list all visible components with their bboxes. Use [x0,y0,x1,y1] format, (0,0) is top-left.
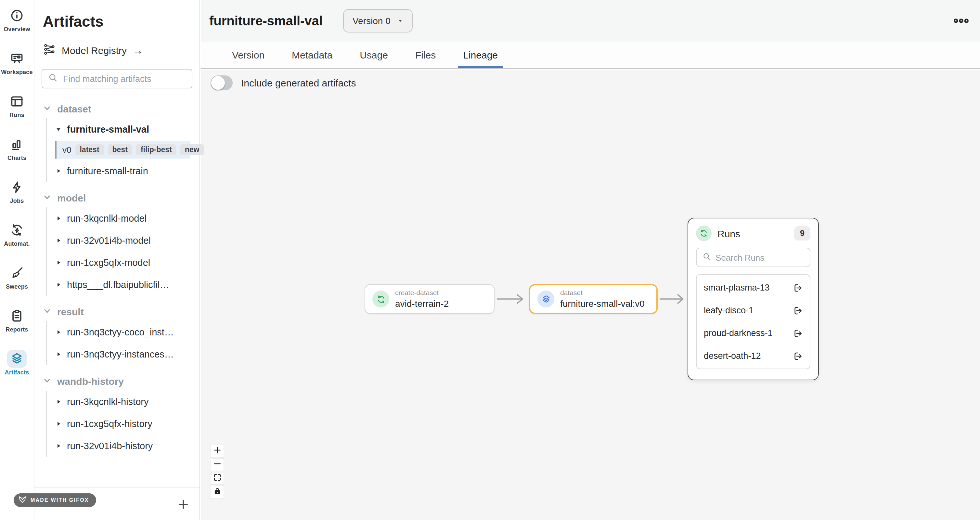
bar-chart-icon [7,135,27,153]
version-row-v0[interactable]: v0latestbestfilip-bestnew [55,141,191,159]
gifox-badge: MADE WITH GIFOX [14,493,96,507]
runs-search-box[interactable] [696,248,810,267]
rail-item-label: Runs [10,112,24,118]
run-list-item[interactable]: proud-darkness-1 [697,322,810,345]
rail-item-label: Automat. [4,240,30,247]
version-tag: filip-best [136,144,177,155]
tree-group-header[interactable]: dataset [43,99,196,118]
lineage-canvas[interactable]: Include generated artifacts create-datas… [201,70,980,520]
triangle-right-icon [55,235,62,246]
rail-item-label: Overview [3,26,30,32]
tab-lineage[interactable]: Lineage [463,49,498,68]
lineage-node-dataset[interactable]: dataset furniture-small-val:v0 [529,284,658,314]
add-artifact-button[interactable] [176,497,191,511]
include-generated-toggle[interactable] [210,75,233,91]
model-registry-icon [43,43,56,58]
version-label: v0 [62,145,71,155]
tree-item[interactable]: run-3kqcnlkl-history [47,391,196,413]
rail-item-artifacts[interactable]: Artifacts [0,350,34,393]
tree-item[interactable]: run-1cxg5qfx-model [47,251,196,274]
rail-item-jobs[interactable]: Jobs [0,178,34,221]
triangle-right-icon [55,418,62,429]
lock-button[interactable] [210,485,224,499]
tree-item[interactable]: run-3nq3ctyy-instances… [47,343,196,365]
artifact-header: furniture-small-val Version 0 [201,0,980,41]
tree-item[interactable]: run-1cxg5qfx-history [47,413,196,435]
rail-item-runs[interactable]: Runs [0,92,34,135]
tree-group-dataset: datasetfurniture-small-valv0latestbestfi… [43,99,196,182]
artifact-search-box[interactable] [41,69,192,88]
artifact-tree: datasetfurniture-small-valv0latestbestfi… [35,99,199,457]
artifacts-sidebar: Artifacts Model Registry → datasetfurnit… [35,0,200,520]
rail-item-workspace[interactable]: Workspace [0,49,34,92]
run-list-item[interactable]: leafy-disco-1 [697,299,810,322]
chevron-down-icon [43,306,51,317]
model-registry-link[interactable]: Model Registry → [43,43,199,58]
chevron-down-icon [43,375,51,386]
version-dropdown[interactable]: Version 0 [344,9,413,32]
tree-item[interactable]: https___dl.fbaipublicfil… [47,274,196,296]
run-list-item[interactable]: smart-plasma-13 [697,276,810,299]
plus-icon [213,446,222,456]
triangle-right-icon [55,166,62,176]
tree-item[interactable]: furniture-small-val [47,118,196,140]
tab-usage[interactable]: Usage [360,49,388,68]
tree-item-label: run-3nq3ctyy-coco_inst… [67,327,174,337]
zoom-in-button[interactable] [210,445,224,458]
node-name: avid-terrain-2 [395,297,449,309]
open-run-icon[interactable] [792,328,803,338]
tab-version[interactable]: Version [232,49,264,68]
rail-item-label: Charts [8,155,26,161]
tree-group-model: modelrun-3kqcnlkl-modelrun-32v01i4b-mode… [43,189,196,296]
tree-group-header[interactable]: wandb-history [43,372,196,390]
rail-item-sweeps[interactable]: Sweeps [0,264,34,307]
tree-item[interactable]: run-3nq3ctyy-coco_inst… [47,321,196,343]
fit-view-button[interactable] [210,472,224,485]
run-name: proud-darkness-1 [704,328,773,338]
zoom-out-button[interactable] [210,458,224,471]
runs-search-input[interactable] [716,253,804,262]
triangle-right-icon [55,441,62,451]
arrow-right-icon: → [132,45,143,56]
triangle-right-icon [55,349,62,359]
workspace-icon [7,49,27,68]
open-run-icon[interactable] [792,351,803,361]
rail-item-charts[interactable]: Charts [0,135,34,178]
tree-group-label: wandb-history [57,375,124,386]
tree-item-label: furniture-small-train [67,166,148,176]
tree-item[interactable]: furniture-small-train [47,160,196,182]
rail-item-reports[interactable]: Reports [0,307,34,350]
toggle-knob [211,76,225,90]
tree-item-label: run-3kqcnlkl-history [67,396,148,407]
version-tag: best [108,144,132,155]
node-type: create-dataset [395,289,449,297]
search-icon [703,251,711,263]
tab-files[interactable]: Files [415,49,436,68]
open-run-icon[interactable] [792,305,803,316]
triangle-down-icon [55,124,62,135]
run-list-item[interactable]: desert-oath-12 [697,345,810,367]
tree-item-label: run-3nq3ctyy-instances… [67,349,174,359]
node-name: furniture-small-val:v0 [560,297,645,309]
rail-item-automations[interactable]: Automat. [0,221,34,264]
lineage-node-create-dataset[interactable]: create-dataset avid-terrain-2 [364,284,495,314]
tree-item[interactable]: run-32v01i4b-model [47,229,196,251]
tree-group-header[interactable]: result [43,302,196,320]
tree-group-header[interactable]: model [43,189,196,207]
triangle-right-icon [55,396,62,407]
open-run-icon[interactable] [792,282,803,293]
artifact-main: furniture-small-val Version 0 VersionMet… [201,0,980,520]
tree-item[interactable]: run-32v01i4b-history [47,435,196,457]
tree-group-label: model [57,192,86,203]
tree-item[interactable]: run-3kqcnlkl-model [47,207,196,229]
triangle-right-icon [55,213,62,224]
tab-metadata[interactable]: Metadata [292,49,332,68]
layers-icon [7,350,27,368]
artifact-search-input[interactable] [63,74,186,84]
rail-item-label: Jobs [10,197,24,204]
overflow-menu-button[interactable] [953,12,970,29]
rail-item-overview[interactable]: Overview [0,6,34,49]
triangle-right-icon [55,327,62,337]
caret-down-icon [397,16,404,26]
table-icon [7,92,27,110]
